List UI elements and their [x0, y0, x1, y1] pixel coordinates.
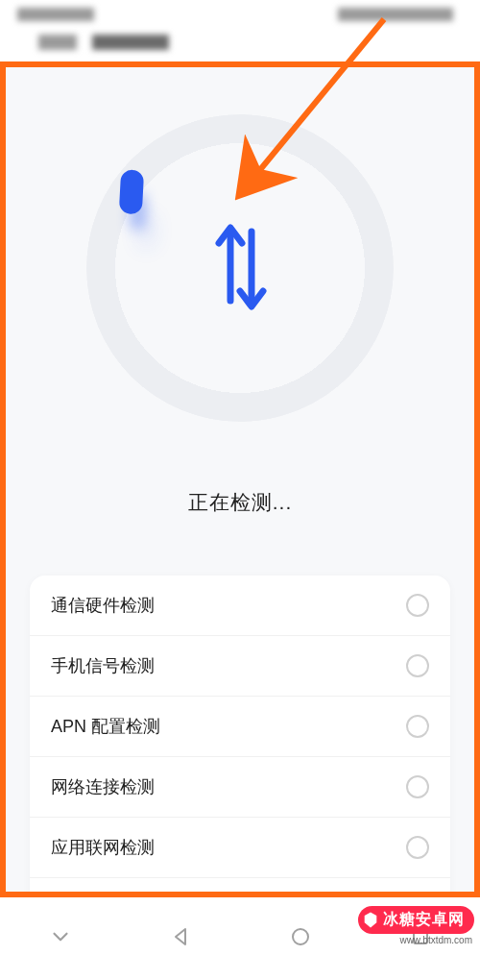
nav-collapse-icon[interactable] — [48, 924, 73, 953]
progress-ring — [86, 114, 394, 422]
check-item[interactable]: 通信硬件检测 — [30, 576, 450, 636]
check-item[interactable]: 网络连接检测 — [30, 757, 450, 818]
nav-home-icon[interactable] — [289, 925, 312, 952]
title-bar-blur-1 — [38, 35, 77, 50]
status-bar-blur-left — [17, 8, 94, 21]
app-content: 正在检测... 通信硬件检测 手机信号检测 APN 配置检测 网络连接检测 应用… — [0, 61, 480, 897]
svg-point-3 — [293, 929, 308, 944]
status-bar-blur-right — [338, 8, 453, 21]
title-bar — [0, 29, 480, 63]
watermark-brand: 冰糖安卓网 — [358, 906, 474, 934]
check-item-label: 通信硬件检测 — [51, 594, 155, 617]
pending-status-icon — [406, 836, 429, 859]
mobile-data-icon — [209, 218, 271, 318]
check-item-label: 应用联网检测 — [51, 836, 155, 859]
check-item[interactable]: 手机信号检测 — [30, 636, 450, 697]
pending-status-icon — [406, 775, 429, 798]
check-item-label: 网络连接检测 — [51, 775, 155, 798]
watermark-badge: 冰糖安卓网 — [358, 906, 474, 934]
check-item[interactable]: 应用联网检测 — [30, 818, 450, 878]
status-bar — [0, 0, 480, 29]
title-bar-blur-2 — [92, 35, 169, 50]
check-item[interactable]: APN 配置检测 — [30, 697, 450, 757]
check-item-label: 手机信号检测 — [51, 654, 155, 677]
check-item[interactable]: 后台联网检测 — [30, 878, 450, 897]
status-text: 正在检测... — [188, 489, 293, 516]
pending-status-icon — [406, 654, 429, 677]
pending-status-icon — [406, 594, 429, 617]
pending-status-icon — [406, 715, 429, 738]
watermark-url: www.btxtdm.com — [399, 935, 472, 945]
check-list-card: 通信硬件检测 手机信号检测 APN 配置检测 网络连接检测 应用联网检测 后台联… — [30, 576, 450, 897]
check-item-label: APN 配置检测 — [51, 715, 160, 738]
nav-back-icon[interactable] — [170, 925, 193, 952]
